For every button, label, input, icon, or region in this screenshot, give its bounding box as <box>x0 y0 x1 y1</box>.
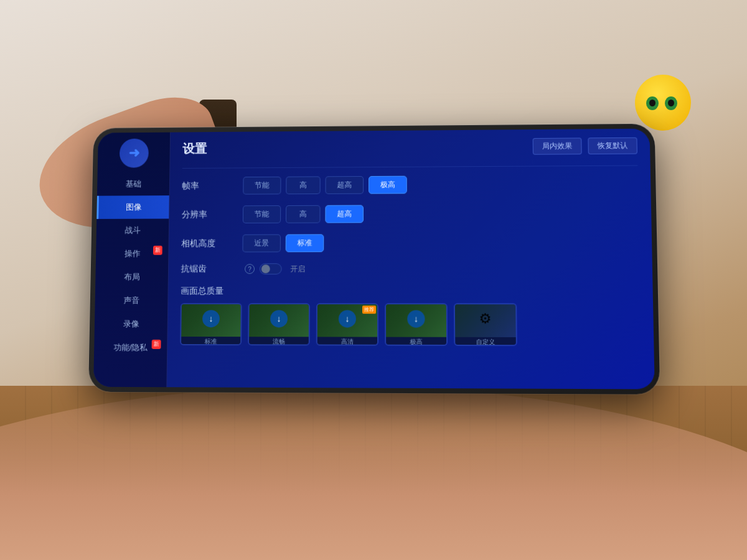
sidebar-item-basic[interactable]: 基础 <box>97 172 169 196</box>
anti-aliasing-toggle-label: 开启 <box>290 264 305 274</box>
toggle-knob <box>261 264 270 273</box>
toy-pupil-left <box>649 100 655 106</box>
new-badge-operation: 新 <box>153 246 162 255</box>
anti-aliasing-controls: ? 开启 <box>242 263 305 274</box>
frame-rate-max[interactable]: 极高 <box>369 176 407 194</box>
sidebar-item-layout[interactable]: 布局 <box>95 265 168 289</box>
sidebar-item-combat[interactable]: 战斗 <box>96 218 169 242</box>
resolution-ultra[interactable]: 超高 <box>325 205 364 223</box>
thumb-download-icon-smooth: ↓ <box>202 310 220 327</box>
sidebar-item-operation[interactable]: 操作 新 <box>96 242 169 266</box>
frame-rate-high[interactable]: 高 <box>286 176 320 194</box>
thumb-download-icon-standard: ↓ <box>270 310 288 327</box>
phone-wrapper: ➜ 基础 图像 战斗 操作 新 布局 <box>88 124 660 394</box>
settings-ui: ➜ 基础 图像 战斗 操作 新 布局 <box>93 129 655 390</box>
header-divider <box>182 166 637 169</box>
resolution-row: 分辨率 节能 高 超高 <box>182 204 639 224</box>
thumb-label-area-high: 高清 <box>317 337 377 345</box>
thumb-label-area-ultra: 极高 <box>386 337 446 346</box>
camera-close[interactable]: 近景 <box>242 235 280 253</box>
toy-eye-left <box>646 96 659 110</box>
thumb-label-high: 高清 <box>341 337 354 345</box>
thumb-label-standard: 流畅 <box>273 337 285 345</box>
camera-height-row: 相机高度 近景 标准 <box>181 233 639 253</box>
quality-thumb-standard[interactable]: ↓ 流畅 <box>248 303 310 345</box>
sidebar-item-function[interactable]: 功能/隐私 新 <box>94 336 167 360</box>
settings-title-area: 设置 <box>182 141 207 157</box>
recommended-badge: 推荐 <box>362 306 376 314</box>
back-icon: ➜ <box>128 145 139 161</box>
header-buttons: 局内效果 恢复默认 <box>533 138 637 155</box>
resolution-label: 分辨率 <box>182 209 231 220</box>
quality-section: 画面总质量 ↓ 标准 <box>180 286 641 347</box>
toy-pupil-right <box>668 100 674 106</box>
frame-rate-ultra[interactable]: 超高 <box>326 176 364 194</box>
restore-defaults-button[interactable]: 恢复默认 <box>588 138 637 154</box>
settings-title: 设置 <box>182 141 207 157</box>
anti-aliasing-label: 抗锯齿 <box>181 263 230 274</box>
quality-thumb-high[interactable]: 推荐 ↓ 高清 <box>316 303 378 346</box>
quality-thumb-ultra[interactable]: ↓ 极高 <box>385 303 448 346</box>
sidebar-item-sound[interactable]: 声音 <box>95 289 167 312</box>
thumb-label-area-custom: 自定义 <box>455 337 516 346</box>
sidebar-item-recording[interactable]: 录像 <box>95 312 167 336</box>
phone-screen: ➜ 基础 图像 战斗 操作 新 布局 <box>93 129 655 390</box>
camera-height-label: 相机高度 <box>181 238 230 249</box>
thumb-label-smooth: 标准 <box>205 337 217 345</box>
quality-thumb-custom[interactable]: ⚙ 自定义 <box>454 303 517 346</box>
thumb-bg-custom: ⚙ <box>455 304 516 337</box>
thumb-bg-ultra: ↓ <box>386 304 446 337</box>
thumb-download-icon-high: ↓ <box>339 310 356 327</box>
sidebar-logo: ➜ <box>119 139 148 168</box>
resolution-eco[interactable]: 节能 <box>243 205 281 223</box>
thumb-bg-standard: ↓ <box>249 304 309 337</box>
sidebar: ➜ 基础 图像 战斗 操作 新 布局 <box>93 133 171 388</box>
new-badge-function: 新 <box>152 340 161 349</box>
toy-head <box>635 75 691 131</box>
sidebar-item-image[interactable]: 图像 <box>96 195 169 219</box>
camera-standard[interactable]: 标准 <box>286 234 324 252</box>
thumb-download-icon-ultra: ↓ <box>407 310 425 327</box>
anti-aliasing-toggle[interactable] <box>260 263 282 274</box>
quality-title: 画面总质量 <box>181 286 640 297</box>
toy-eye-right <box>665 96 677 110</box>
thumb-label-ultra: 极高 <box>410 338 422 346</box>
anti-aliasing-row: 抗锯齿 ? 开启 <box>181 263 640 274</box>
gear-icon-thumb: ⚙ <box>479 311 492 327</box>
thumb-label-area-smooth: 标准 <box>181 337 240 345</box>
thumb-label-custom: 自定义 <box>476 338 496 346</box>
resolution-high[interactable]: 高 <box>286 205 321 223</box>
quality-thumb-smooth[interactable]: ↓ 标准 <box>180 303 242 345</box>
frame-rate-eco[interactable]: 节能 <box>243 177 281 195</box>
frame-rate-row: 帧率 节能 高 超高 极高 <box>182 175 638 195</box>
main-content: 设置 局内效果 恢复默认 帧率 节能 高 <box>167 129 654 390</box>
thumb-bg-high: 推荐 ↓ <box>317 304 377 337</box>
phone-body: ➜ 基础 图像 战斗 操作 新 布局 <box>88 124 660 394</box>
help-icon[interactable]: ? <box>245 264 255 274</box>
frame-rate-options: 节能 高 超高 极高 <box>243 176 407 195</box>
frame-rate-label: 帧率 <box>182 180 231 192</box>
quality-thumbnails: ↓ 标准 ↓ <box>180 303 641 347</box>
camera-height-options: 近景 标准 <box>242 234 324 252</box>
resolution-options: 节能 高 超高 <box>243 205 364 223</box>
settings-header: 设置 局内效果 恢复默认 <box>182 138 637 157</box>
in-game-effects-button[interactable]: 局内效果 <box>533 138 582 154</box>
thumb-label-area-standard: 流畅 <box>249 337 309 345</box>
thumb-bg-smooth: ↓ <box>181 304 241 337</box>
